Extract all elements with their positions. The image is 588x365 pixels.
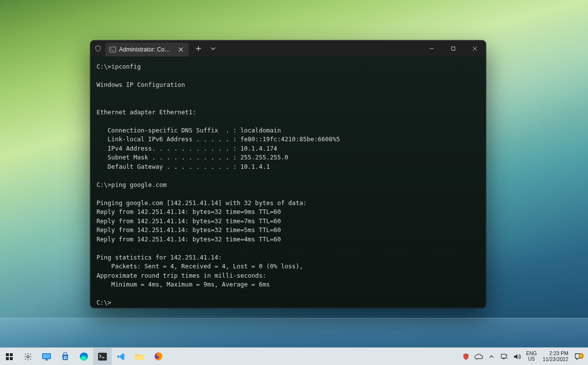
new-tab-button[interactable] [192, 42, 205, 55]
tab-command-prompt[interactable]: Administrator: Command Prompt [105, 43, 189, 56]
svg-rect-0 [110, 47, 116, 52]
tray-volume-icon[interactable] [512, 353, 522, 360]
svg-rect-1 [452, 47, 455, 51]
folder-icon [135, 353, 145, 361]
maximize-icon [451, 46, 456, 51]
notifications-button[interactable]: 5 [572, 353, 585, 361]
svg-rect-13 [66, 358, 67, 359]
close-icon [472, 46, 477, 51]
gear-icon [24, 352, 32, 361]
taskbar-edge[interactable] [74, 348, 93, 365]
uac-shield-icon [91, 45, 105, 52]
tab-close-button[interactable] [177, 46, 185, 53]
taskbar-firefox[interactable] [149, 348, 168, 365]
taskbar: ENG US 2:23 PM 11/23/2022 5 [0, 347, 588, 365]
taskbar-monitor[interactable] [37, 348, 56, 365]
svg-rect-12 [64, 358, 65, 359]
maximize-button[interactable] [442, 41, 464, 56]
svg-rect-11 [66, 356, 67, 358]
svg-rect-9 [45, 359, 48, 360]
firefox-icon [154, 352, 163, 361]
terminal-output[interactable]: C:\>ipconfig Windows IP Configuration Et… [91, 56, 486, 308]
window-titlebar[interactable]: Administrator: Command Prompt [91, 41, 486, 56]
plus-icon [196, 46, 201, 52]
tray-network-icon[interactable] [499, 353, 510, 360]
close-window-button[interactable] [464, 41, 486, 56]
taskbar-store[interactable] [56, 348, 74, 365]
terminal-app-icon [98, 353, 107, 361]
vscode-icon [117, 352, 125, 361]
tray-chevron-up-icon[interactable] [486, 354, 497, 360]
terminal-window: Administrator: Command Prompt [90, 40, 486, 308]
svg-rect-2 [6, 353, 9, 356]
store-icon [61, 352, 70, 361]
lang-top: ENG [526, 351, 537, 357]
notification-count: 5 [579, 353, 584, 359]
lang-bottom: US [526, 357, 537, 362]
minimize-icon [429, 46, 434, 51]
svg-rect-16 [135, 356, 144, 360]
close-icon [178, 47, 183, 52]
language-indicator[interactable]: ENG US [524, 351, 539, 362]
svg-rect-18 [501, 354, 506, 358]
taskbar-explorer[interactable] [130, 348, 149, 365]
desktop-glass-shelf [0, 318, 588, 347]
taskbar-settings[interactable] [19, 348, 37, 365]
svg-rect-3 [10, 353, 13, 356]
windows-logo-icon [5, 353, 13, 361]
svg-rect-10 [64, 356, 65, 358]
edge-icon [79, 352, 89, 362]
chevron-down-icon [211, 46, 216, 51]
minimize-button[interactable] [421, 41, 442, 56]
svg-rect-4 [6, 357, 9, 360]
svg-rect-8 [43, 354, 50, 358]
taskbar-vscode[interactable] [112, 348, 130, 365]
clock-time: 2:23 PM [542, 351, 568, 357]
svg-rect-5 [10, 357, 13, 360]
svg-point-6 [27, 355, 29, 358]
tab-title: Administrator: Command Prompt [119, 46, 174, 53]
tray-onedrive-icon[interactable] [473, 354, 484, 360]
svg-rect-19 [503, 358, 505, 359]
terminal-icon [109, 46, 116, 53]
clock[interactable]: 2:23 PM 11/23/2022 [540, 351, 570, 362]
clock-date: 11/23/2022 [542, 357, 568, 363]
svg-rect-15 [98, 353, 107, 361]
tray-security-icon[interactable] [461, 353, 471, 361]
taskbar-terminal[interactable] [93, 348, 112, 365]
start-button[interactable] [0, 348, 19, 365]
monitor-icon [42, 353, 51, 361]
tab-dropdown-button[interactable] [206, 42, 220, 55]
